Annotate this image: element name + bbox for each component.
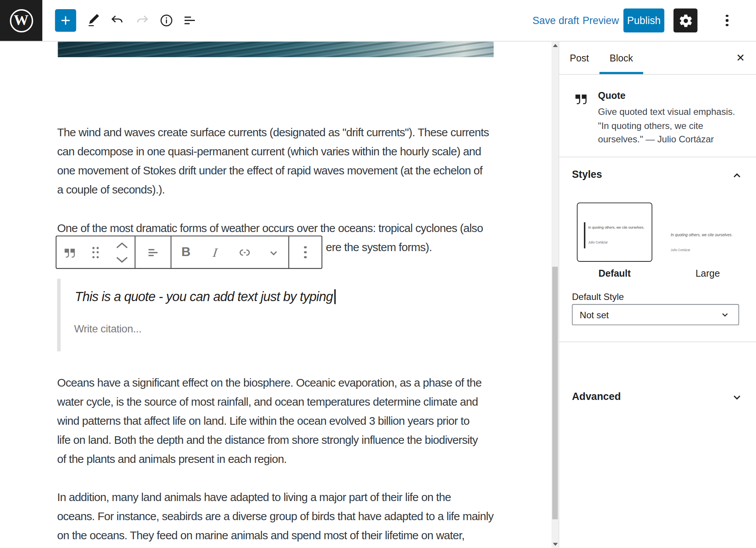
quote-block-icon [62, 245, 77, 260]
paragraph-line: The wind and waves create surface curren… [57, 123, 489, 142]
block-card-description: Give quoted text visual emphasis. "In qu… [598, 105, 739, 146]
chevron-down-icon [266, 245, 281, 260]
paragraph-wind-waves[interactable]: The wind and waves create surface curren… [57, 123, 489, 199]
content-scrollbar[interactable] [552, 41, 558, 548]
chevron-up-icon[interactable] [729, 168, 745, 184]
default-style-label: Default Style [572, 292, 624, 302]
editor-canvas: The wind and waves create surface curren… [0, 41, 552, 548]
link-icon [237, 245, 253, 260]
quote-block-text[interactable]: This is a quote - you can add text just … [75, 287, 335, 308]
advanced-panel-title[interactable]: Advanced [572, 391, 621, 402]
style-option-large[interactable]: In quoting others, we cite ourselves. Ju… [670, 203, 745, 262]
list-view-button[interactable] [177, 8, 203, 33]
link-button[interactable] [234, 238, 255, 266]
publish-button[interactable]: Publish [623, 8, 664, 32]
triangle-up-icon [553, 44, 558, 47]
move-up-icon [114, 238, 130, 251]
settings-toggle-button[interactable] [674, 8, 698, 32]
paragraph-line: many only going on land for breeding. Ot… [57, 545, 494, 548]
tools-button[interactable] [81, 8, 107, 33]
wordpress-logo-icon: W [10, 9, 33, 32]
settings-sidebar: Post Block ✕ Quote Give quoted text visu… [558, 41, 756, 548]
kebab-icon [304, 247, 307, 258]
triangle-down-icon [553, 542, 558, 546]
scroll-down-button[interactable] [552, 540, 558, 548]
mini-quote-text: In quoting others, we cite ourselves. [671, 233, 732, 237]
list-view-icon [182, 13, 198, 28]
block-toolbar: B I [56, 236, 322, 269]
divider [559, 342, 756, 342]
chevron-down-icon [719, 308, 731, 321]
paragraph-line: In addition, many land animals have adap… [57, 488, 494, 507]
paragraph-line: life on land. Both the depth and the dis… [57, 430, 482, 450]
redo-button[interactable] [130, 8, 155, 33]
mini-quote-text: In quoting others, we cite ourselves. [588, 225, 644, 229]
drag-handle[interactable] [85, 238, 106, 266]
chevron-down-icon[interactable] [729, 390, 745, 405]
style-label-default: Default [577, 268, 652, 279]
paragraph-line: a couple of seconds).). [57, 180, 489, 199]
save-draft-button[interactable]: Save draft [532, 0, 579, 41]
block-options-button[interactable] [295, 238, 316, 266]
quote-citation-input[interactable]: Write citation... [74, 322, 142, 334]
undo-icon [109, 13, 125, 28]
active-tab-underline [600, 72, 643, 74]
mini-quote-citation: Julio Cortázar [588, 240, 608, 244]
plus-icon [58, 13, 72, 27]
align-button[interactable] [142, 238, 163, 266]
move-down-icon [114, 253, 130, 266]
mini-quote-border [584, 222, 585, 248]
quote-block-left-border [57, 279, 61, 351]
editor-header: W [0, 0, 756, 42]
block-type-button[interactable] [59, 238, 80, 266]
paragraph-line: one movement of Stokes drift under the e… [57, 161, 489, 180]
sidebar-tabs: Post Block ✕ [559, 41, 756, 75]
style-option-default[interactable]: In quoting others, we cite ourselves. Ju… [577, 203, 652, 262]
paragraph-line: oceans. For instance, seabirds are a div… [57, 506, 494, 525]
paragraph-line: on the oceans. They feed on marine anima… [57, 525, 494, 545]
options-menu-button[interactable] [714, 8, 740, 33]
block-card-title: Quote [598, 90, 626, 101]
paragraph-line: of the plants and animals present in eac… [57, 450, 482, 469]
paragraph-line: water cycle, is the source of most rainf… [57, 392, 482, 411]
paragraph-line: One of the most dramatic forms of weathe… [57, 219, 483, 238]
bold-button[interactable]: B [175, 238, 196, 266]
block-mover[interactable] [111, 238, 132, 266]
close-sidebar-button[interactable]: ✕ [732, 49, 749, 66]
paragraph-cyclones[interactable]: One of the most dramatic forms of weathe… [57, 219, 483, 238]
tab-block[interactable]: Block [600, 41, 643, 75]
paragraph-line: can decompose in one quasi-permanent cur… [57, 142, 489, 161]
quote-block-icon [573, 90, 589, 107]
paragraph-line: wind patterns that affect life on land. … [57, 411, 482, 430]
mini-quote-citation: Julio Cortázar [671, 248, 690, 252]
paragraph-line: Oceans have a significant effect on the … [57, 373, 482, 392]
info-icon [159, 13, 174, 28]
scrollbar-thumb[interactable] [552, 267, 558, 519]
divider [559, 156, 756, 157]
text-cursor [334, 289, 335, 304]
tab-post[interactable]: Post [559, 41, 599, 75]
paragraph-land-animals[interactable]: In addition, many land animals have adap… [57, 488, 494, 548]
drag-dots-icon [92, 247, 99, 258]
style-label-large: Large [670, 268, 745, 279]
align-left-icon [145, 245, 161, 260]
redo-icon [135, 13, 150, 28]
styles-panel-title[interactable]: Styles [572, 169, 602, 180]
kebab-icon [726, 15, 728, 26]
default-style-select[interactable]: Not set [572, 304, 739, 325]
wordpress-logo-button[interactable]: W [0, 0, 42, 41]
more-formatting-button[interactable] [263, 238, 284, 266]
details-button[interactable] [154, 8, 179, 33]
wordpress-block-editor: W [0, 0, 756, 548]
paragraph-line-visible-fragment: ere the system forms). [326, 238, 432, 257]
cover-image-ocean[interactable] [58, 42, 494, 57]
quote-text: This is a quote - you can add text just … [75, 289, 333, 304]
undo-button[interactable] [105, 8, 130, 33]
pencil-icon [86, 13, 102, 28]
preview-button[interactable]: Preview [582, 0, 619, 41]
scroll-up-button[interactable] [552, 41, 558, 49]
paragraph-biosphere[interactable]: Oceans have a significant effect on the … [57, 373, 482, 469]
gear-icon [678, 13, 693, 28]
italic-button[interactable]: I [203, 238, 228, 266]
block-inserter-button[interactable] [55, 9, 76, 32]
